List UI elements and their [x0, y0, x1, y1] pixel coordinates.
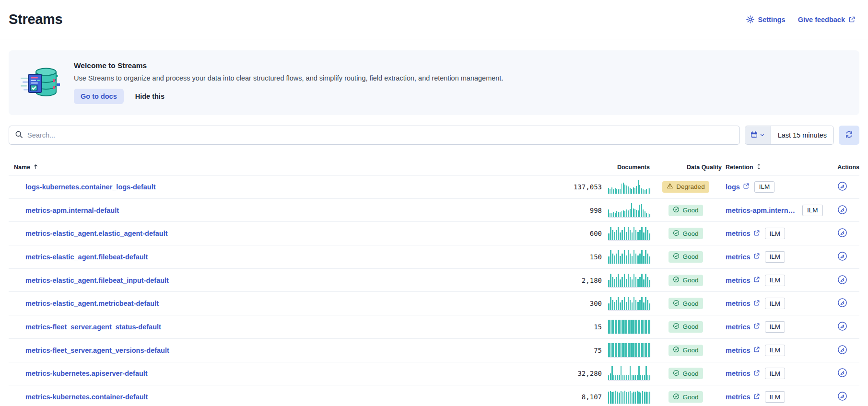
table-row: metrics-fleet_server.agent_versions-defa… [9, 339, 859, 362]
header-actions: Settings Give feedback [746, 15, 856, 23]
retention-link[interactable]: metrics [726, 300, 760, 308]
quick-view-discover-button[interactable] [834, 366, 850, 381]
stream-name-link[interactable]: metrics-elastic_agent.filebeat_input-def… [25, 277, 169, 284]
documents-sparkline [608, 250, 650, 264]
quick-view-discover-button[interactable] [834, 319, 850, 335]
documents-count: 8,107 [582, 393, 602, 401]
quick-view-discover-button[interactable] [834, 203, 850, 218]
chevron-down-icon [760, 132, 765, 139]
documents-sparkline [608, 320, 650, 334]
documents-count: 137,053 [574, 183, 602, 191]
data-quality-badge: Good [669, 251, 703, 263]
column-header-documents[interactable]: Documents [525, 164, 650, 171]
retention-link[interactable]: metrics [726, 370, 760, 378]
quick-view-discover-button[interactable] [834, 273, 850, 288]
sort-ascending-icon [33, 163, 39, 171]
documents-count: 300 [590, 300, 602, 307]
data-quality-label: Good [682, 347, 698, 354]
discover-compass-icon [837, 298, 847, 309]
go-to-docs-button[interactable]: Go to docs [74, 89, 124, 104]
external-link-icon [753, 323, 760, 331]
banner-description: Use Streams to organize and process your… [74, 74, 503, 82]
retention-link[interactable]: metrics [726, 253, 760, 261]
calendar-icon [751, 131, 758, 139]
stream-name-link[interactable]: metrics-fleet_server.agent_versions-defa… [25, 347, 169, 354]
settings-label: Settings [758, 16, 785, 23]
stream-name-link[interactable]: metrics-apm.internal-default [25, 207, 119, 214]
stream-name-link[interactable]: metrics-elastic_agent.filebeat-default [25, 253, 148, 261]
data-quality-label: Good [682, 370, 698, 377]
retention-link[interactable]: metrics [726, 276, 760, 284]
quick-view-discover-button[interactable] [834, 226, 850, 241]
stream-name-link[interactable]: metrics-kubernetes.container-default [25, 393, 148, 401]
page-header: Streams Settings Give feedback [0, 0, 868, 39]
quick-view-discover-button[interactable] [834, 296, 850, 311]
welcome-banner: Welcome to Streams Use Streams to organi… [9, 50, 859, 115]
stream-name-link[interactable]: metrics-kubernetes.apiserver-default [25, 370, 148, 377]
table-row: metrics-apm.internal-default 998 [9, 199, 859, 222]
date-picker: Last 15 minutes [745, 126, 834, 145]
discover-compass-icon [837, 321, 847, 333]
stream-name-link[interactable]: metrics-elastic_agent.elastic_agent-defa… [25, 230, 168, 237]
retention-link[interactable]: metrics-apm.interna... [726, 207, 798, 214]
data-quality-label: Good [682, 230, 698, 237]
column-header-actions: Actions [825, 164, 859, 171]
search-input[interactable] [27, 131, 734, 139]
stream-name-link[interactable]: metrics-fleet_server.agent_status-defaul… [25, 323, 161, 331]
feedback-label: Give feedback [798, 16, 845, 23]
page-title: Streams [9, 12, 62, 27]
ilm-badge: ILM [765, 298, 786, 309]
check-circle-icon [673, 253, 680, 261]
table-row: metrics-elastic_agent.filebeat_input-def… [9, 269, 859, 292]
data-quality-label: Good [682, 394, 698, 401]
ilm-badge: ILM [754, 181, 775, 193]
check-circle-icon [673, 230, 680, 238]
data-quality-label: Degraded [676, 183, 704, 190]
refresh-button[interactable] [839, 126, 859, 145]
documents-count: 2,180 [582, 277, 602, 284]
documents-count: 600 [590, 230, 602, 237]
quick-view-discover-button[interactable] [834, 389, 850, 405]
column-header-retention[interactable]: Retention [722, 163, 825, 171]
ilm-badge: ILM [765, 321, 786, 333]
discover-compass-icon [837, 345, 847, 356]
quick-view-discover-button[interactable] [834, 249, 850, 265]
stream-name-link[interactable]: metrics-elastic_agent.metricbeat-default [25, 300, 159, 307]
discover-compass-icon [837, 205, 847, 216]
table-header: Name Documents Data Quality Retention Ac… [9, 159, 859, 175]
discover-compass-icon [837, 275, 847, 286]
table-row: metrics-elastic_agent.metricbeat-default… [9, 292, 859, 315]
data-quality-label: Good [682, 277, 698, 284]
retention-link[interactable]: metrics [726, 323, 760, 331]
time-range-button[interactable]: Last 15 minutes [771, 126, 833, 144]
give-feedback-link[interactable]: Give feedback [798, 16, 856, 23]
settings-button[interactable]: Settings [746, 15, 785, 23]
retention-link[interactable]: metrics [726, 346, 760, 354]
column-header-name[interactable]: Name [9, 163, 525, 171]
retention-link[interactable]: metrics [726, 230, 760, 238]
external-link-icon [753, 230, 760, 238]
banner-title: Welcome to Streams [74, 61, 503, 70]
calendar-dropdown-button[interactable] [745, 126, 771, 144]
search-box[interactable] [9, 126, 740, 145]
quick-view-discover-button[interactable] [834, 343, 850, 358]
ilm-badge: ILM [802, 205, 823, 216]
discover-compass-icon [837, 228, 847, 239]
hide-this-button[interactable]: Hide this [135, 93, 164, 100]
discover-compass-icon [837, 251, 847, 263]
table-row: metrics-kubernetes.container-default 8,1… [9, 385, 859, 406]
quick-view-discover-button[interactable] [834, 179, 850, 195]
sortable-icon [756, 163, 762, 171]
discover-compass-icon [837, 181, 847, 193]
retention-link[interactable]: logs [726, 183, 750, 191]
data-quality-badge: Good [669, 298, 703, 309]
external-link-icon [753, 253, 760, 261]
retention-link[interactable]: metrics [726, 393, 760, 401]
toolbar: Last 15 minutes [9, 126, 859, 145]
external-link-icon [753, 300, 760, 308]
external-link-icon [753, 346, 760, 354]
stream-name-link[interactable]: logs-kubernetes.container_logs-default [25, 183, 156, 191]
discover-compass-icon [837, 368, 847, 379]
ilm-badge: ILM [765, 275, 786, 286]
documents-count: 75 [594, 347, 602, 354]
